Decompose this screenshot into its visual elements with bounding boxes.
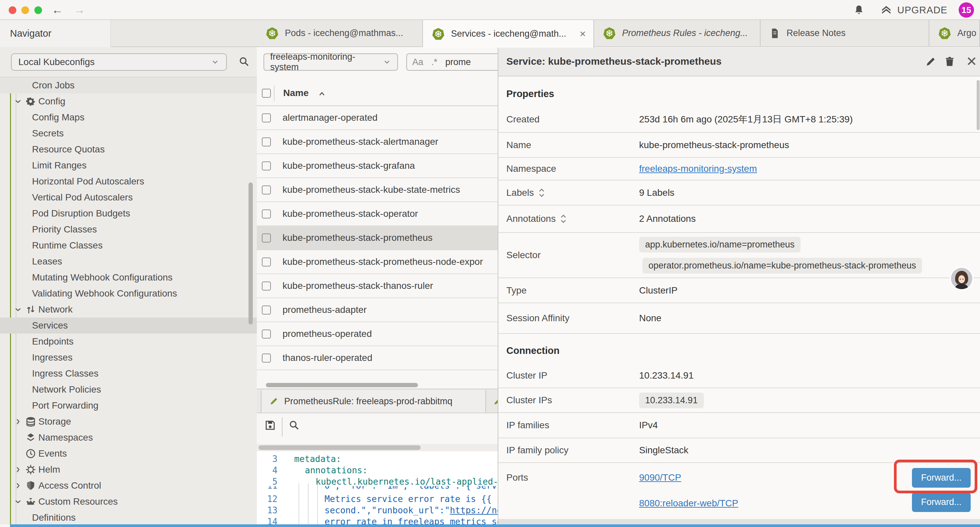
sidebar-item-namespaces[interactable]: Namespaces [0,430,257,446]
sidebar-item-pod-disruption-budgets[interactable]: Pod Disruption Budgets [0,205,257,221]
detail-value[interactable]: freeleaps-monitoring-system [639,164,757,174]
detail-value[interactable]: 9090/TCP8080:reloader-web/TCP [639,463,738,509]
user-avatar[interactable] [950,266,974,291]
row-checkbox[interactable] [262,330,271,339]
table-row[interactable]: thanos-ruler-operated [257,346,498,370]
sidebar-item-ingresses[interactable]: Ingresses [0,350,257,366]
sidebar-item-leases[interactable]: Leases [0,253,257,269]
table-row[interactable]: kube-prometheus-stack-prometheus [257,226,498,250]
row-checkbox[interactable] [262,209,271,218]
regex-toggle[interactable]: .* [431,57,437,67]
sidebar-item-secrets[interactable]: Secrets [0,126,257,142]
sidebar-item-mutating-webhook-configurations[interactable]: Mutating Webhook Configurations [0,269,257,285]
row-checkbox[interactable] [262,282,271,291]
tab-close-icon[interactable]: × [580,28,586,40]
port-link[interactable]: 9090/TCP [639,472,738,483]
notification-count-badge[interactable]: 15 [959,2,974,18]
sidebar-item-limit-ranges[interactable]: Limit Ranges [0,158,257,174]
row-checkbox[interactable] [262,306,271,315]
traffic-light-minimize[interactable] [21,6,29,14]
sidebar-item-config[interactable]: Config [0,93,257,110]
sidebar-item-services[interactable]: Services [0,318,257,334]
editor-line[interactable]: 14error rate in freeleaps metrics ser [257,517,498,524]
table-row[interactable]: kube-prometheus-stack-kube-state-metrics [257,178,498,202]
notifications-bell-icon[interactable] [853,4,865,16]
sidebar-item-vertical-pod-autoscalers[interactable]: Vertical Pod Autoscalers [0,189,257,205]
editor-tab-prometheusrule[interactable]: PrometheusRule: freeleaps-prod-rabbitmq [261,390,486,412]
upgrade-button[interactable]: UPGRADE [880,4,947,16]
table-row[interactable]: prometheus-adapter [257,298,498,322]
traffic-light-zoom[interactable] [34,6,42,14]
forward-port-8080-button[interactable]: Forward... [912,492,970,512]
sidebar-item-validating-webhook-configurations[interactable]: Validating Webhook Configurations [0,285,257,301]
forward-arrow-icon[interactable]: → [72,3,87,16]
namespace-link[interactable]: freeleaps-monitoring-system [639,164,757,174]
list-search-input[interactable]: Aa .* prome [406,53,498,71]
sidebar-scrollbar-thumb[interactable] [248,182,253,325]
editor-line[interactable]: 12Metrics service error rate is {{ $va [257,494,498,505]
yaml-editor[interactable]: 3metadata:4annotations:5kubectl.kubernet… [257,451,498,524]
chevron-down-icon[interactable] [14,306,24,314]
editor-scrollbar-thumb[interactable] [259,445,421,450]
row-checkbox[interactable] [262,258,271,266]
navigator-panel-tab[interactable]: Navigator [0,20,111,47]
table-row[interactable]: prometheus-operated [257,322,498,346]
sidebar-item-network-policies[interactable]: Network Policies [0,382,257,398]
tab-4[interactable]: Release Notes [760,20,929,46]
sidebar-item-config-maps[interactable]: Config Maps [0,110,257,126]
row-checkbox[interactable] [262,185,271,194]
sidebar-item-custom-resources[interactable]: Custom Resources [0,494,257,509]
table-horizontal-scrollbar-thumb[interactable] [266,383,418,387]
edit-pencil-icon[interactable] [924,56,937,68]
expand-collapse-icon[interactable] [538,188,546,198]
table-row[interactable]: kube-prometheus-stack-prometheus-node-ex… [257,250,498,274]
detail-scrollbar-thumb[interactable] [977,80,980,130]
sidebar-search-icon[interactable] [238,56,250,67]
chevron-right-icon[interactable] [14,417,24,426]
tab-2[interactable]: Services - icecheng@math...× [423,20,594,48]
table-row[interactable]: kube-prometheus-stack-operator [257,202,498,226]
expand-collapse-icon[interactable] [560,214,567,224]
chevron-down-icon[interactable] [14,498,24,506]
save-icon[interactable] [264,419,276,431]
match-case-toggle[interactable]: Aa [412,57,423,67]
editor-line[interactable]: 3metadata: [257,454,498,465]
sidebar-item-access-control[interactable]: Access Control [0,478,257,494]
tab-3[interactable]: Prometheus Rules - icecheng... [594,20,760,46]
sidebar-item-port-forwarding[interactable]: Port Forwarding [0,398,257,414]
tab-5[interactable]: Argo Se [929,20,980,46]
row-checkbox[interactable] [262,234,271,242]
chevron-right-icon[interactable] [14,482,24,490]
traffic-light-close[interactable] [9,6,16,14]
editor-line[interactable]: 4annotations: [257,465,498,477]
row-checkbox[interactable] [262,137,271,146]
row-checkbox[interactable] [262,353,271,363]
kubeconfig-select[interactable]: Local Kubeconfigs [11,53,227,71]
delete-trash-icon[interactable] [944,56,955,68]
namespace-filter-select[interactable]: freeleaps-monitoring-system [264,53,398,71]
sidebar-item-cron-jobs[interactable]: Cron Jobs [0,77,257,93]
select-all-checkbox[interactable] [262,89,271,98]
sidebar-item-ingress-classes[interactable]: Ingress Classes [0,366,257,382]
editor-search-icon[interactable] [288,419,299,431]
table-row[interactable]: kube-prometheus-stack-thanos-ruler [257,274,498,298]
back-arrow-icon[interactable]: ← [50,3,65,16]
tab-1[interactable]: Pods - icecheng@mathmas... [257,20,423,46]
sidebar-item-events[interactable]: Events [0,446,257,462]
name-column-header[interactable]: Name [283,88,309,99]
chevron-down-icon[interactable] [14,97,24,105]
close-icon[interactable]: ✕ [966,54,977,69]
row-checkbox[interactable] [262,161,271,170]
editor-line[interactable]: 110", "for": "1m", "labels": {"service": [257,486,498,492]
port-link[interactable]: 8080:reloader-web/TCP [639,498,738,509]
sidebar-item-helm[interactable]: Helm [0,462,257,478]
editor-line[interactable]: 13second.","runbook_url":"https://net [257,505,498,517]
row-checkbox[interactable] [262,113,271,123]
sidebar-item-definitions[interactable]: Definitions [0,509,257,524]
sidebar-item-runtime-classes[interactable]: Runtime Classes [0,237,257,253]
sidebar-item-horizontal-pod-autoscalers[interactable]: Horizontal Pod Autoscalers [0,174,257,189]
sidebar-item-network[interactable]: Network [0,301,257,318]
sidebar-item-resource-quotas[interactable]: Resource Quotas [0,142,257,158]
sort-ascending-icon[interactable] [318,90,326,99]
sidebar-item-endpoints[interactable]: Endpoints [0,334,257,350]
